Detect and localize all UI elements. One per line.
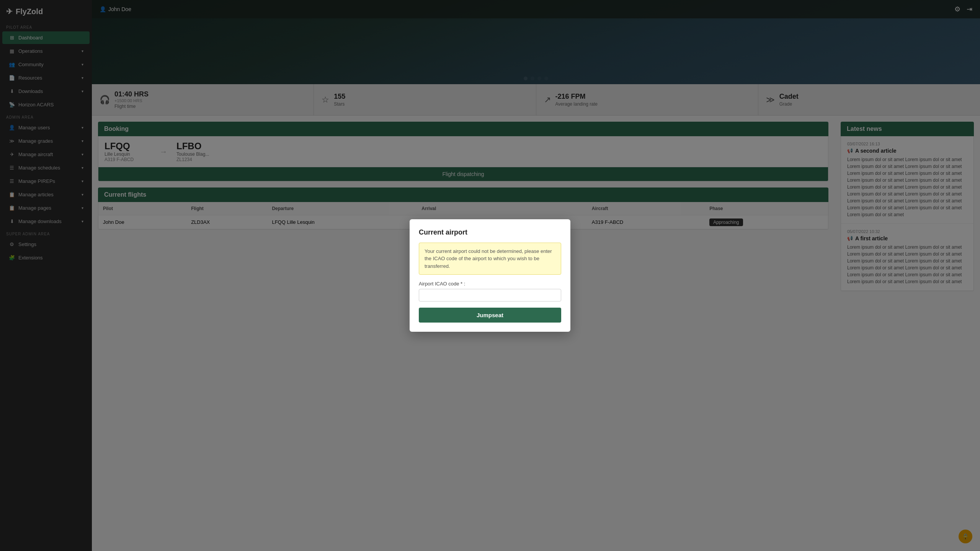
jumpseat-button[interactable]: Jumpseat: [419, 308, 561, 323]
modal-dialog: Current airport Your current airport cou…: [410, 219, 570, 332]
modal-title: Current airport: [419, 228, 561, 236]
modal-warning: Your current airport could not be determ…: [419, 243, 561, 275]
modal-field: Airport ICAO code * :: [419, 281, 561, 308]
modal-field-label: Airport ICAO code * :: [419, 281, 561, 287]
icao-input[interactable]: [419, 289, 561, 302]
modal-overlay[interactable]: Current airport Your current airport cou…: [0, 0, 980, 551]
